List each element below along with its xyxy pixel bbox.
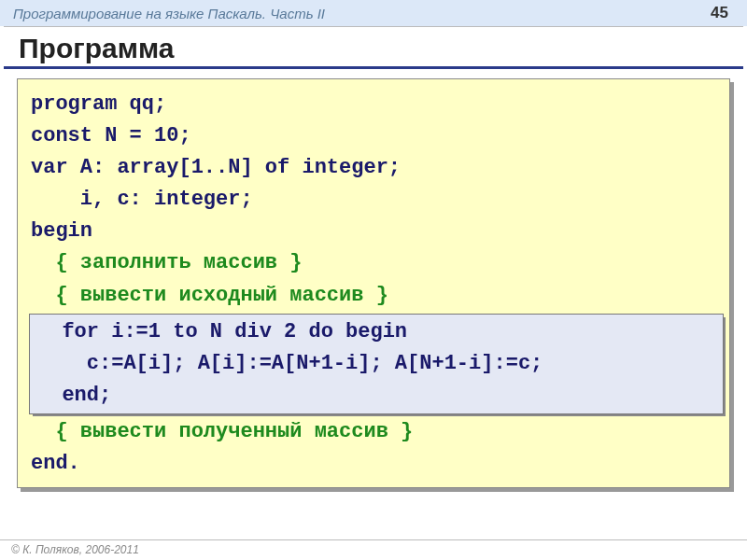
code-comment: { заполнить массив } <box>31 247 716 279</box>
code-line: end. <box>31 448 716 480</box>
code-line: program qq; <box>31 89 716 120</box>
course-title: Программирование на языке Паскаль. Часть… <box>13 6 711 21</box>
code-block-container: program qq; const N = 10; var A: array[1… <box>17 78 730 488</box>
code-line: c:=A[i]; A[i]:=A[N+1-i]; A[N+1-i]:=c; <box>37 348 715 380</box>
code-line: for i:=1 to N div 2 do begin <box>37 316 715 348</box>
code-line: var A: array[1..N] of integer; <box>31 152 716 184</box>
slide: Программирование на языке Паскаль. Часть… <box>0 0 747 560</box>
code-line: i, c: integer; <box>31 184 716 216</box>
footer-copyright: © К. Поляков, 2006-2011 <box>0 539 747 560</box>
header-bar: Программирование на языке Паскаль. Часть… <box>0 0 747 26</box>
inner-code-block: for i:=1 to N div 2 do begin c:=A[i]; A[… <box>29 314 724 414</box>
slide-title: Программа <box>4 26 743 69</box>
code-line: end; <box>37 380 715 412</box>
inner-code-container: for i:=1 to N div 2 do begin c:=A[i]; A[… <box>29 314 724 414</box>
code-line: begin <box>31 216 716 247</box>
code-block: program qq; const N = 10; var A: array[1… <box>17 78 730 488</box>
page-number: 45 <box>711 4 728 22</box>
code-comment: { вывести полученный массив } <box>31 416 716 448</box>
code-line: const N = 10; <box>31 120 716 152</box>
code-comment: { вывести исходный массив } <box>31 280 716 312</box>
